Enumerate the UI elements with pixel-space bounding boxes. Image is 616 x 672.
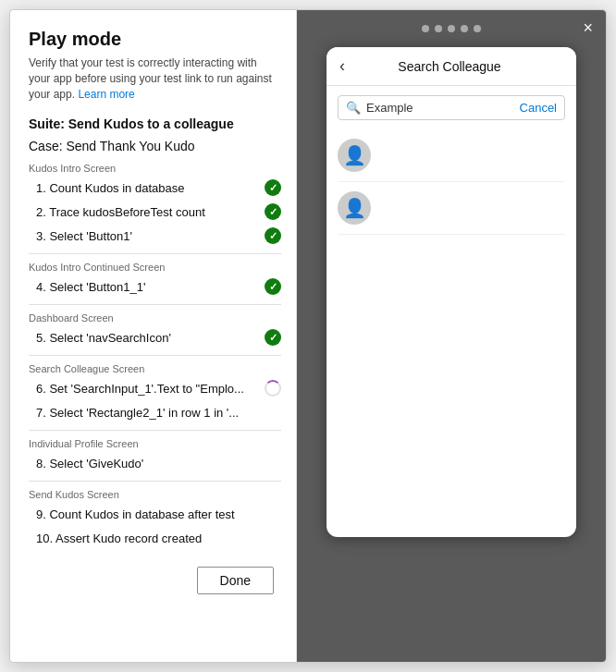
- step-row-5-0: 9. Count Kudos in database after test: [29, 502, 281, 526]
- step-text-3-1: 7. Select 'Rectangle2_1' in row 1 in '..…: [36, 406, 265, 420]
- result-item-1[interactable]: 👤: [338, 129, 565, 182]
- user-icon-1: 👤: [343, 144, 366, 166]
- avatar-1: 👤: [338, 139, 371, 172]
- learn-more-link[interactable]: Learn more: [78, 88, 134, 101]
- step-empty-icon-5-0: [265, 506, 281, 522]
- step-text-0-0: 1. Count Kudos in database: [36, 181, 265, 195]
- result-item-2[interactable]: 👤: [338, 182, 565, 235]
- screen-name-5: Send Kudos Screen: [29, 489, 281, 500]
- step-spinner-icon-3-0: [265, 380, 281, 397]
- screen-section-4: Individual Profile Screen8. Select 'Give…: [29, 430, 281, 475]
- search-input-text: Example: [366, 101, 520, 115]
- phone-header: ‹ Search Colleague: [326, 47, 576, 86]
- phone-screen-title: Search Colleague: [354, 59, 545, 74]
- screen-name-2: Dashboard Screen: [29, 312, 281, 324]
- step-text-5-1: 10. Assert Kudo record created: [36, 531, 265, 545]
- case-label: Case: Send Thank You Kudo: [29, 139, 281, 153]
- suite-label: Suite: Send Kudos to a colleague: [29, 116, 281, 131]
- dot-3: [448, 25, 455, 32]
- result-list: 👤 👤: [326, 129, 576, 235]
- step-text-4-0: 8. Select 'GiveKudo': [36, 457, 265, 470]
- step-text-2-0: 5. Select 'navSearchIcon': [36, 331, 265, 345]
- dot-1: [422, 25, 429, 32]
- step-row-1-0: 4. Select 'Button1_1': [29, 275, 281, 299]
- step-row-3-1: 7. Select 'Rectangle2_1' in row 1 in '..…: [29, 400, 281, 424]
- modal-container: Play mode Verify that your test is corre…: [9, 9, 607, 663]
- step-row-0-1: 2. Trace kudosBeforeTest count: [29, 200, 281, 224]
- screen-section-0: Kudos Intro Screen1. Count Kudos in data…: [29, 163, 281, 248]
- step-check-icon-0-2: [265, 227, 281, 244]
- dot-2: [435, 25, 442, 32]
- done-button[interactable]: Done: [197, 567, 274, 594]
- right-panel: × ‹ Search Colleague 🔍 Example Cancel: [297, 10, 606, 662]
- step-check-icon-0-1: [265, 203, 281, 220]
- step-text-0-2: 3. Select 'Button1': [36, 229, 265, 243]
- screen-section-1: Kudos Intro Continued Screen4. Select 'B…: [29, 253, 281, 299]
- step-check-icon-2-0: [265, 329, 281, 346]
- step-row-5-1: 10. Assert Kudo record created: [29, 526, 281, 550]
- avatar-2: 👤: [338, 191, 371, 225]
- step-empty-icon-3-1: [265, 404, 281, 421]
- screen-section-3: Search Colleague Screen6. Set 'SearchInp…: [29, 355, 281, 424]
- cancel-link[interactable]: Cancel: [520, 101, 557, 115]
- search-bar[interactable]: 🔍 Example Cancel: [338, 95, 565, 120]
- back-arrow-icon[interactable]: ‹: [339, 56, 345, 76]
- step-check-icon-1-0: [265, 278, 281, 295]
- play-mode-title: Play mode: [29, 29, 281, 50]
- step-row-2-0: 5. Select 'navSearchIcon': [29, 325, 281, 349]
- screen-section-5: Send Kudos Screen9. Count Kudos in datab…: [29, 481, 281, 550]
- step-row-3-0: 6. Set 'SearchInput_1'.Text to "Emplo...: [29, 376, 281, 400]
- left-panel: Play mode Verify that your test is corre…: [10, 10, 297, 662]
- step-text-3-0: 6. Set 'SearchInput_1'.Text to "Emplo...: [36, 382, 265, 396]
- step-check-icon-0-0: [265, 179, 281, 196]
- screen-name-4: Individual Profile Screen: [29, 438, 281, 449]
- steps-container: Kudos Intro Screen1. Count Kudos in data…: [29, 163, 281, 550]
- dot-5: [474, 25, 481, 32]
- step-empty-icon-4-0: [265, 455, 281, 471]
- screen-name-1: Kudos Intro Continued Screen: [29, 262, 281, 273]
- step-row-4-0: 8. Select 'GiveKudo': [29, 451, 281, 475]
- dots-row: [422, 25, 481, 32]
- screen-name-0: Kudos Intro Screen: [29, 163, 281, 174]
- step-row-0-0: 1. Count Kudos in database: [29, 176, 281, 200]
- done-button-row: Done: [29, 557, 281, 594]
- play-mode-description: Verify that your test is correctly inter…: [29, 55, 281, 102]
- dot-4: [461, 25, 468, 32]
- step-text-5-0: 9. Count Kudos in database after test: [36, 507, 265, 521]
- step-text-0-1: 2. Trace kudosBeforeTest count: [36, 205, 265, 219]
- step-empty-icon-5-1: [265, 530, 281, 546]
- user-icon-2: 👤: [343, 197, 366, 219]
- screen-section-2: Dashboard Screen5. Select 'navSearchIcon…: [29, 304, 281, 349]
- step-text-1-0: 4. Select 'Button1_1': [36, 280, 265, 294]
- search-icon: 🔍: [346, 101, 361, 115]
- close-button[interactable]: ×: [583, 19, 593, 36]
- screen-name-3: Search Colleague Screen: [29, 363, 281, 374]
- phone-mock: ‹ Search Colleague 🔍 Example Cancel 👤 👤: [326, 47, 576, 537]
- step-row-0-2: 3. Select 'Button1': [29, 224, 281, 248]
